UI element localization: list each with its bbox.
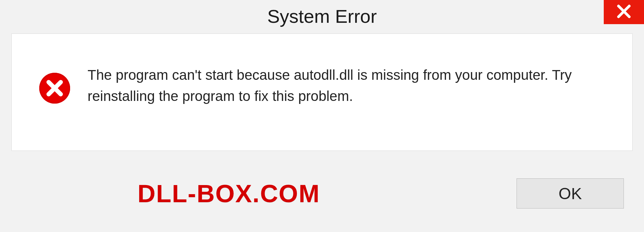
ok-button[interactable]: OK: [517, 178, 624, 209]
content-panel: The program can't start because autodll.…: [11, 34, 633, 151]
error-message: The program can't start because autodll.…: [88, 64, 605, 107]
error-icon: [39, 72, 71, 106]
titlebar: System Error: [0, 0, 644, 32]
ok-button-label: OK: [558, 184, 582, 203]
close-button[interactable]: [604, 0, 644, 24]
dialog-title: System Error: [267, 5, 377, 27]
footer: DLL-BOX.COM OK: [0, 155, 644, 232]
close-icon: [616, 4, 631, 20]
error-dialog: System Error The program can't start b: [0, 0, 644, 232]
watermark-text: DLL-BOX.COM: [138, 179, 320, 208]
